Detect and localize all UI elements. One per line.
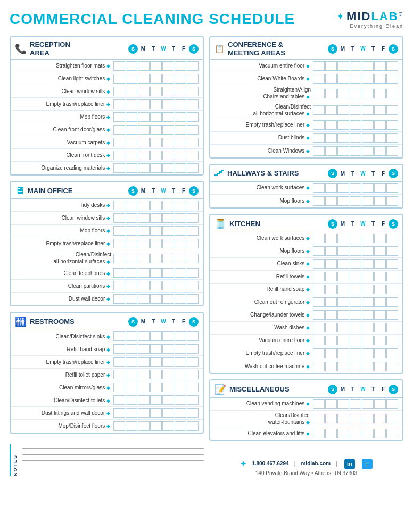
left-column: 📞 ReceptionArea S M T W T F S Straighten… xyxy=(10,36,204,476)
page-title: COMMERCIAL CLEANING SCHEDULE xyxy=(10,11,295,28)
restrooms-title-area: 🚻 Restrooms xyxy=(15,316,75,328)
main-office-tasks: Tidy desks ◆ Clean window sills ◆ Mop fl… xyxy=(11,199,203,305)
task-cells xyxy=(113,151,199,160)
task-cells xyxy=(113,112,199,122)
conference-header: 📋 Conference &Meeting Areas S M T W T F … xyxy=(210,37,402,60)
task-row: Clean light switches ◆ xyxy=(11,72,203,85)
task-row: Clean/Disinfect toilets ◆ xyxy=(11,394,203,407)
footer-star: ✦ xyxy=(240,460,246,468)
task-row: Clean front door/glass ◆ xyxy=(11,123,203,136)
task-row: Clean elevators and lifts ◆ xyxy=(210,427,402,440)
day-m: M xyxy=(138,188,148,194)
task-row: Straighten/AlignChairs and tables ◆ xyxy=(210,85,402,102)
footer-area: ✦ 1.800.467.6294 | midlab.com | in 🐦 140… xyxy=(209,454,403,476)
task-row: Mop floors ◆ xyxy=(11,225,203,237)
main-office-header: 🖥 Main Office S M T W T F S xyxy=(11,182,203,199)
day-t2: T xyxy=(169,46,178,52)
footer-divider2: | xyxy=(336,461,337,467)
day-s2: S xyxy=(189,44,199,54)
day-m1: M xyxy=(138,46,148,52)
right-column: 📋 Conference &Meeting Areas S M T W T F … xyxy=(209,36,403,476)
notes-lines xyxy=(22,444,204,461)
task-row: Mop floors ◆ xyxy=(11,111,203,123)
kitchen-section: 🫙 Kitchen S M T W T F S Clean work surfa… xyxy=(209,214,403,374)
hallways-section: Hallways & Stairs S M T W T F S Clean wo… xyxy=(209,164,403,209)
task-row: Clean/Disinfectall horizontal surfaces ◆ xyxy=(210,102,402,119)
task-cells xyxy=(113,163,199,173)
conference-tasks: Vacuum entire floor ◆ Clean White Boards… xyxy=(210,60,402,157)
conference-days: S M T W T F S xyxy=(328,44,398,54)
task-row: Clean work surfaces ◆ xyxy=(210,232,402,245)
task-cells xyxy=(113,74,199,84)
task-row: Vacuum entire floor ◆ xyxy=(210,335,402,347)
reception-header: 📞 ReceptionArea S M T W T F S xyxy=(11,37,203,60)
task-cells xyxy=(113,138,199,147)
misc-title-area: 📝 Miscellaneous xyxy=(214,384,290,395)
misc-section: 📝 Miscellaneous S M T W T F S Clean vend… xyxy=(209,379,403,442)
task-row: Clean/Disinfect sinks ◆ xyxy=(11,330,203,343)
svg-rect-0 xyxy=(214,174,218,176)
misc-tasks: Clean vending machines ◆ Clean/Disinfect… xyxy=(210,398,402,440)
task-cells xyxy=(113,125,199,135)
restrooms-tasks: Clean/Disinfect sinks ◆ Refill hand soap… xyxy=(11,330,203,433)
footer-phone: 1.800.467.6294 xyxy=(252,461,289,467)
task-row: Clean White Boards ◆ xyxy=(210,72,402,85)
task-row: Mop/Disinfect floors ◆ xyxy=(11,420,203,433)
task-row: Organize reading materials ◆ xyxy=(11,162,203,174)
linkedin-icon[interactable]: in xyxy=(344,459,355,469)
task-row: Empty trash/replace liner ◆ xyxy=(210,347,402,360)
kitchen-tasks: Clean work surfaces ◆ Mop floors ◆ Clean… xyxy=(210,232,402,373)
notes-line-3 xyxy=(22,460,204,461)
task-row: Clean partitions ◆ xyxy=(11,280,203,293)
restrooms-days: S M T W T F S xyxy=(128,317,199,327)
task-row: Clean mirrors/glass ◆ xyxy=(11,381,203,394)
hallways-title-area: Hallways & Stairs xyxy=(214,168,299,179)
svg-rect-2 xyxy=(219,171,222,173)
task-row: Refill hand soap ◆ xyxy=(11,343,203,356)
conference-icon: 📋 xyxy=(214,44,225,54)
notes-section: NOTES xyxy=(10,444,204,476)
task-row: Clean/Disinfectall horizontal surfaces ◆ xyxy=(11,250,203,267)
task-row: Clean sinks ◆ xyxy=(210,258,402,271)
header: COMMERCIAL CLEANING SCHEDULE ✦ MIDLAB® E… xyxy=(10,10,403,29)
task-row: Clean front desk ◆ xyxy=(11,149,203,162)
day-s2: S xyxy=(189,186,199,196)
reception-title-area: 📞 ReceptionArea xyxy=(15,40,70,57)
footer-website: midlab.com xyxy=(301,461,331,467)
footer-address: 140 Private Brand Way • Athens, TN 37303 xyxy=(209,470,403,476)
task-cells xyxy=(113,61,199,71)
kitchen-days: S M T W T F S xyxy=(328,219,398,229)
title-accent: CLEANING SCHEDULE xyxy=(122,11,295,27)
kitchen-title: Kitchen xyxy=(229,220,260,228)
task-row: Dust fittings and wall decor ◆ xyxy=(11,407,203,420)
day-t1: T xyxy=(148,46,158,52)
day-t: T xyxy=(148,188,158,194)
day-f1: F xyxy=(179,46,188,52)
reception-title: ReceptionArea xyxy=(30,40,70,57)
task-row: Tidy desks ◆ xyxy=(11,199,203,212)
task-row: Refill hand soap ◆ xyxy=(210,284,402,296)
misc-days: S M T W T F S xyxy=(328,385,398,394)
task-row: Dust wall decor ◆ xyxy=(11,293,203,305)
restrooms-icon: 🚻 xyxy=(15,316,27,328)
task-cells xyxy=(113,99,199,109)
logo-name: MIDLAB® xyxy=(346,10,403,23)
task-row: Mop floors ◆ xyxy=(210,195,402,207)
task-row: Wash out coffee machine ◆ xyxy=(210,360,402,373)
reception-tasks: Straighten floor mats ◆ Clean light swit… xyxy=(11,60,203,174)
notes-label: NOTES xyxy=(10,444,18,476)
logo-sub: Everything Clean xyxy=(336,23,403,29)
twitter-icon[interactable]: 🐦 xyxy=(362,459,373,469)
task-row: Empty trash/replace liner ◆ xyxy=(11,237,203,250)
reception-section: 📞 ReceptionArea S M T W T F S Straighten… xyxy=(10,36,204,176)
restrooms-section: 🚻 Restrooms S M T W T F S Clean/Disinfec… xyxy=(10,312,204,434)
task-row: Clean out refrigerator ◆ xyxy=(210,296,402,309)
logo-star: ✦ xyxy=(336,11,344,22)
misc-header: 📝 Miscellaneous S M T W T F S xyxy=(210,380,402,398)
task-row: Wash dishes ◆ xyxy=(210,322,402,335)
conference-title: Conference &Meeting Areas xyxy=(228,40,285,57)
hallways-tasks: Clean work surfaces ◆ Mop floors ◆ xyxy=(210,182,402,207)
conference-section: 📋 Conference &Meeting Areas S M T W T F … xyxy=(209,36,403,159)
logo: ✦ MIDLAB® Everything Clean xyxy=(336,10,403,29)
reception-icon: 📞 xyxy=(15,43,27,55)
